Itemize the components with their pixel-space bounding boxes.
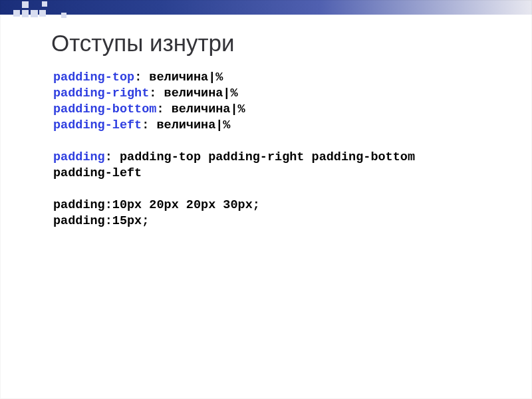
code-line-2: padding-right: величина|%: [53, 86, 415, 102]
blank-line: [53, 134, 415, 150]
code-line-1: padding-top: величина|%: [53, 70, 415, 86]
code-line-7: padding:10px 20px 20px 30px;: [53, 198, 415, 213]
code-text: : padding-top padding-right padding-bott…: [105, 150, 415, 164]
header-gradient-bar: [0, 0, 532, 15]
keyword-padding-top: padding-top: [53, 70, 134, 84]
code-line-6: padding-left: [53, 166, 415, 182]
blank-line: [53, 182, 415, 198]
code-line-3: padding-bottom: величина|%: [53, 102, 415, 118]
code-line-5: padding: padding-top padding-right paddi…: [53, 150, 415, 166]
slide-title: Отступы изнутри: [51, 30, 235, 57]
keyword-padding-right: padding-right: [53, 86, 149, 100]
code-text: : величина|%: [156, 102, 245, 116]
code-text: : величина|%: [142, 118, 230, 132]
keyword-padding: padding: [53, 150, 105, 164]
code-line-4: padding-left: величина|%: [53, 118, 415, 134]
code-text: : величина|%: [149, 86, 237, 100]
code-text: : величина|%: [134, 70, 223, 84]
keyword-padding-left: padding-left: [53, 118, 142, 132]
keyword-padding-bottom: padding-bottom: [53, 102, 156, 116]
code-content: padding-top: величина|% padding-right: в…: [53, 70, 415, 229]
code-line-8: padding:15px;: [53, 213, 415, 229]
